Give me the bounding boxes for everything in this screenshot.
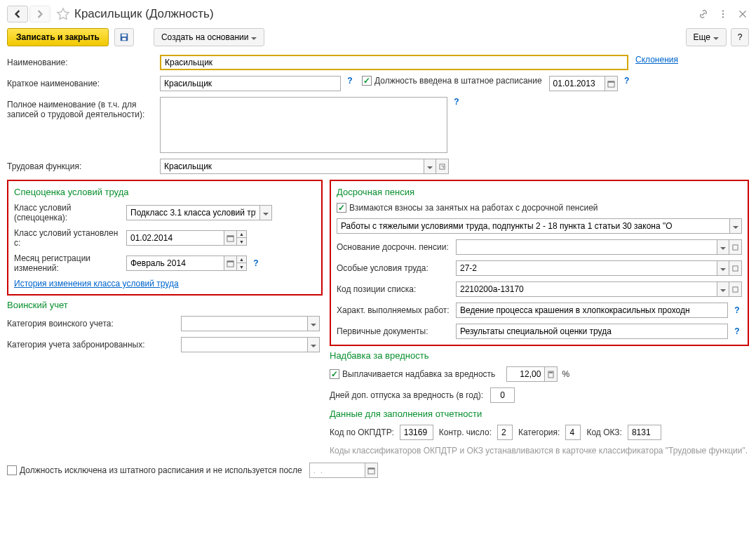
svg-rect-14 <box>733 265 738 270</box>
svg-rect-17 <box>549 371 553 373</box>
in-staff-checkbox[interactable] <box>362 76 372 86</box>
short-name-input[interactable] <box>160 76 341 91</box>
control-input[interactable] <box>497 425 513 440</box>
pension-contrib-checkbox[interactable] <box>337 203 346 213</box>
excluded-date-input[interactable] <box>309 463 365 478</box>
svg-point-1 <box>722 13 724 15</box>
work-func-input[interactable] <box>160 159 424 174</box>
hazard-paid-input[interactable] <box>506 366 545 382</box>
spec-history-link[interactable]: История изменения класса условий труда <box>14 279 179 288</box>
calendar-icon[interactable] <box>224 256 237 271</box>
pension-contrib-label: Взимаются взносы за занятых на работах с… <box>349 203 598 213</box>
excluded-checkbox[interactable] <box>7 465 17 475</box>
more-label: Еще <box>694 32 710 42</box>
extra-leave-input[interactable] <box>490 387 515 403</box>
hazard-paid-checkbox[interactable] <box>330 369 339 379</box>
help-icon[interactable]: ? <box>251 258 261 268</box>
class-label: Класс условий (спецоценка): <box>14 203 126 223</box>
more-vertical-icon[interactable] <box>717 8 729 20</box>
military-reserved-input[interactable] <box>181 337 307 352</box>
okz-input[interactable] <box>628 425 661 440</box>
svg-rect-4 <box>121 34 126 37</box>
military-section-title: Воинский учет <box>7 300 323 310</box>
spec-section-title: Спецоценка условий труда <box>14 187 316 197</box>
primary-docs-input[interactable] <box>456 324 728 339</box>
spin-down[interactable]: ▼ <box>237 238 246 245</box>
okpdtr-input[interactable] <box>400 425 433 440</box>
full-name-textarea[interactable] <box>160 97 447 153</box>
help-icon[interactable]: ? <box>452 97 461 107</box>
name-input[interactable] <box>160 55 628 70</box>
work-char-input[interactable] <box>456 303 728 318</box>
dropdown-button[interactable] <box>307 316 320 331</box>
spin-up[interactable]: ▲ <box>237 256 246 263</box>
chevron-down-icon <box>713 32 719 42</box>
pension-basis-label: Основание досрочн. пенсии: <box>337 242 456 252</box>
spin-down[interactable]: ▼ <box>237 263 246 270</box>
spin-up[interactable]: ▲ <box>237 231 246 238</box>
close-icon[interactable] <box>736 8 749 20</box>
military-cat-input[interactable] <box>181 316 307 331</box>
page-title: Красильщик (Должность) <box>74 7 697 21</box>
svg-point-2 <box>722 16 724 18</box>
dropdown-button[interactable] <box>717 281 729 297</box>
class-from-input[interactable] <box>126 230 224 246</box>
help-icon[interactable]: ? <box>622 76 632 86</box>
declensions-link[interactable]: Склонения <box>635 55 678 65</box>
nav-back-button[interactable] <box>7 6 28 22</box>
calendar-icon[interactable] <box>365 463 378 478</box>
open-button[interactable] <box>729 260 742 276</box>
save-button[interactable] <box>114 28 134 46</box>
svg-rect-8 <box>440 164 445 168</box>
help-button[interactable]: ? <box>731 28 749 46</box>
excluded-label: Должность исключена из штатного расписан… <box>20 465 302 475</box>
calendar-icon[interactable] <box>224 230 237 246</box>
pension-basis-big-input[interactable] <box>337 218 729 234</box>
dropdown-button[interactable] <box>307 337 320 352</box>
dropdown-button[interactable] <box>424 159 436 174</box>
military-reserved-label: Категория учета забронированных: <box>7 340 181 350</box>
open-button[interactable] <box>729 239 742 255</box>
dropdown-button[interactable] <box>717 239 729 255</box>
okpdtr-label: Код по ОКПДТР: <box>330 427 394 437</box>
dropdown-button[interactable] <box>259 205 272 220</box>
special-cond-input[interactable] <box>456 260 717 276</box>
hazard-section-title: Надбавка за вредность <box>330 350 749 361</box>
create-from-button[interactable]: Создать на основании <box>154 28 265 46</box>
in-staff-date-input[interactable] <box>549 76 605 91</box>
create-from-label: Создать на основании <box>161 32 249 42</box>
category-label: Категория: <box>518 427 560 437</box>
svg-rect-13 <box>733 244 738 249</box>
calendar-icon[interactable] <box>605 76 618 91</box>
class-from-label: Класс условий установлен с: <box>14 228 126 248</box>
primary-docs-label: Первичные документы: <box>337 326 456 336</box>
calculator-icon[interactable] <box>545 366 558 382</box>
more-button[interactable]: Еще <box>686 28 727 46</box>
chevron-down-icon <box>251 32 257 42</box>
dropdown-button[interactable] <box>717 260 729 276</box>
help-icon[interactable]: ? <box>732 326 742 336</box>
category-input[interactable] <box>565 425 581 440</box>
favorite-star-icon[interactable] <box>56 7 70 21</box>
reg-month-label: Месяц регистрации изменений: <box>14 253 126 273</box>
extra-leave-label: Дней доп. отпуска за вредность (в год): <box>330 390 483 400</box>
nav-forward-button[interactable] <box>29 6 50 22</box>
open-button[interactable] <box>436 159 449 174</box>
list-pos-input[interactable] <box>456 281 717 297</box>
link-icon[interactable] <box>697 8 710 20</box>
pension-basis-input[interactable] <box>456 239 717 255</box>
open-button[interactable] <box>729 281 742 297</box>
name-label: Наименование: <box>7 55 160 67</box>
save-and-close-button[interactable]: Записать и закрыть <box>7 28 109 46</box>
percent-unit: % <box>562 369 569 379</box>
svg-rect-12 <box>227 260 234 262</box>
reg-month-input[interactable] <box>126 256 224 271</box>
dropdown-button[interactable] <box>729 218 742 234</box>
svg-point-0 <box>722 10 724 11</box>
report-hint: Коды классификаторов ОКПДТР и ОКЗ устана… <box>330 446 749 456</box>
report-section-title: Данные для заполнения отчетности <box>330 409 749 419</box>
help-icon[interactable]: ? <box>732 305 742 315</box>
class-input[interactable] <box>126 205 259 220</box>
svg-rect-15 <box>733 286 738 291</box>
help-icon[interactable]: ? <box>345 76 355 86</box>
